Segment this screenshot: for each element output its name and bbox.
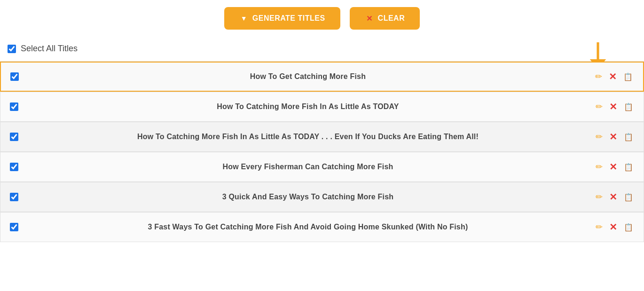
delete-icon: ✕ — [609, 191, 617, 203]
title-text-3: How To Catching More Fish In As Little A… — [26, 125, 590, 149]
delete-button-4[interactable]: ✕ — [607, 159, 619, 174]
copy-icon: 📋 — [624, 133, 633, 142]
edit-icon: ✏ — [596, 132, 603, 142]
copy-button-6[interactable]: 📋 — [622, 221, 635, 234]
title-checkbox-2[interactable] — [10, 102, 18, 111]
copy-icon: 📋 — [624, 193, 633, 202]
titles-list: How To Get Catching More Fish ✏ ✕ 📋 How … — [0, 61, 644, 242]
generate-label: GENERATE TITLES — [252, 14, 325, 23]
edit-button-4[interactable]: ✏ — [594, 160, 605, 174]
title-row: How To Catching More Fish In As Little A… — [0, 122, 644, 152]
title-text-5: 3 Quick And Easy Ways To Catching More F… — [26, 185, 590, 209]
row-actions-3: ✏ ✕ 📋 — [590, 129, 644, 144]
delete-button-2[interactable]: ✕ — [607, 99, 619, 114]
delete-button-5[interactable]: ✕ — [607, 189, 619, 204]
row-actions-1: ✏ ✕ 📋 — [589, 69, 643, 84]
row-checkbox-2 — [0, 102, 26, 111]
row-checkbox-3 — [0, 133, 26, 141]
row-checkbox-6 — [0, 223, 26, 231]
generate-icon: ▼ — [239, 14, 249, 23]
delete-icon: ✕ — [609, 101, 617, 112]
copy-icon: 📋 — [623, 72, 633, 81]
page-wrapper: ▼ GENERATE TITLES ✕ CLEAR Select All Tit… — [0, 0, 644, 242]
title-row: 3 Quick And Easy Ways To Catching More F… — [0, 182, 644, 212]
select-all-label: Select All Titles — [21, 44, 78, 54]
title-row: How Every Fisherman Can Catching More Fi… — [0, 152, 644, 182]
select-all-checkbox[interactable] — [8, 45, 16, 53]
edit-icon: ✏ — [596, 222, 603, 232]
title-checkbox-6[interactable] — [10, 223, 18, 231]
row-actions-4: ✏ ✕ 📋 — [590, 159, 644, 174]
delete-icon: ✕ — [609, 161, 617, 173]
edit-button-1[interactable]: ✏ — [593, 70, 604, 84]
edit-icon: ✏ — [596, 102, 603, 112]
edit-button-2[interactable]: ✏ — [594, 100, 605, 114]
edit-button-3[interactable]: ✏ — [594, 130, 605, 144]
copy-button-4[interactable]: 📋 — [622, 161, 635, 173]
title-row: How To Get Catching More Fish ✏ ✕ 📋 — [0, 62, 644, 92]
row-checkbox-4 — [0, 163, 26, 171]
toolbar: ▼ GENERATE TITLES ✕ CLEAR — [0, 0, 644, 39]
title-text-4: How Every Fisherman Can Catching More Fi… — [26, 155, 590, 179]
row-actions-6: ✏ ✕ 📋 — [590, 220, 644, 235]
copy-button-1[interactable]: 📋 — [621, 71, 635, 83]
copy-button-5[interactable]: 📋 — [622, 191, 635, 204]
copy-icon: 📋 — [624, 102, 633, 111]
edit-button-6[interactable]: ✏ — [594, 220, 605, 234]
copy-button-3[interactable]: 📋 — [622, 131, 635, 143]
generate-titles-button[interactable]: ▼ GENERATE TITLES — [224, 7, 340, 30]
row-actions-2: ✏ ✕ 📋 — [590, 99, 644, 114]
title-text-6: 3 Fast Ways To Get Catching More Fish An… — [26, 215, 590, 239]
delete-button-1[interactable]: ✕ — [607, 69, 619, 84]
title-text-1: How To Get Catching More Fish — [26, 65, 589, 88]
title-row: 3 Fast Ways To Get Catching More Fish An… — [0, 212, 644, 242]
edit-icon: ✏ — [595, 71, 602, 82]
delete-icon: ✕ — [609, 131, 617, 142]
copy-button-2[interactable]: 📋 — [622, 101, 635, 113]
edit-icon: ✏ — [596, 192, 603, 202]
clear-button[interactable]: ✕ CLEAR — [350, 7, 420, 30]
row-checkbox-1 — [1, 72, 26, 81]
edit-icon: ✏ — [596, 162, 603, 172]
copy-icon: 📋 — [624, 163, 633, 172]
delete-icon: ✕ — [609, 221, 617, 233]
title-checkbox-4[interactable] — [10, 163, 18, 171]
title-checkbox-5[interactable] — [10, 193, 18, 201]
title-checkbox-3[interactable] — [10, 133, 18, 141]
delete-button-3[interactable]: ✕ — [607, 129, 619, 144]
title-row: How To Catching More Fish In As Little A… — [0, 92, 644, 122]
delete-icon: ✕ — [609, 71, 617, 82]
delete-button-6[interactable]: ✕ — [607, 220, 619, 235]
row-actions-5: ✏ ✕ 📋 — [590, 189, 644, 204]
clear-label: CLEAR — [378, 14, 405, 23]
edit-button-5[interactable]: ✏ — [594, 190, 605, 204]
clear-icon: ✕ — [365, 14, 374, 23]
row-checkbox-5 — [0, 193, 26, 201]
title-checkbox-1[interactable] — [10, 72, 19, 81]
title-text-2: How To Catching More Fish In As Little A… — [26, 95, 590, 118]
select-all-row: Select All Titles — [0, 39, 644, 61]
copy-icon: 📋 — [624, 223, 633, 232]
